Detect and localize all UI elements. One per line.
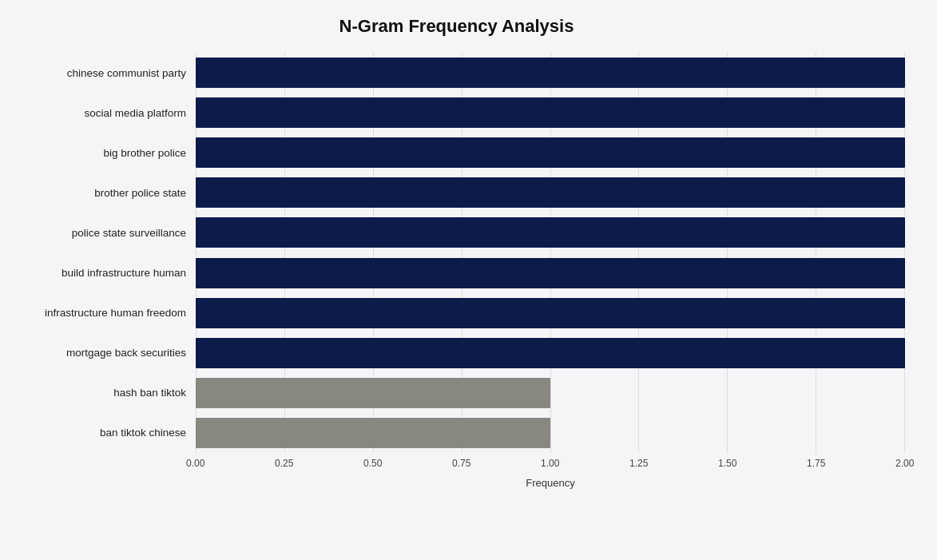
bar-label: hash ban tiktok — [8, 387, 196, 399]
bar-label: infrastructure human freedom — [8, 307, 196, 319]
bar-track — [196, 418, 905, 448]
bar-row: build infrastructure human — [8, 252, 905, 292]
bar-track — [196, 217, 905, 248]
bar-fill — [196, 298, 905, 328]
bar-track — [196, 298, 905, 328]
bar-row: hash ban tiktok — [8, 373, 905, 413]
bar-row: police state surveillance — [8, 212, 905, 252]
bar-label: social media platform — [8, 107, 196, 119]
bar-track — [196, 338, 905, 368]
bar-fill — [196, 177, 905, 208]
bar-track — [196, 97, 905, 128]
bar-label: brother police state — [8, 187, 196, 199]
bar-row: social media platform — [8, 93, 905, 133]
bar-row: ban tiktok chinese — [8, 413, 905, 453]
bar-track — [196, 177, 905, 208]
bar-fill — [196, 58, 905, 88]
bar-label: mortgage back securities — [8, 347, 196, 359]
chart-container: N-Gram Frequency Analysis chinese commun… — [0, 0, 937, 560]
bar-label: build infrastructure human — [8, 267, 196, 279]
bar-row: infrastructure human freedom — [8, 293, 905, 333]
x-axis-label: Frequency — [196, 477, 905, 489]
bar-label: big brother police — [8, 147, 196, 159]
bar-fill — [196, 217, 905, 248]
bar-fill — [196, 338, 905, 368]
bar-fill — [196, 137, 905, 168]
chart-area: chinese communist partysocial media plat… — [8, 53, 905, 485]
bar-label: police state surveillance — [8, 227, 196, 239]
bar-track — [196, 378, 905, 408]
bar-row: big brother police — [8, 133, 905, 173]
bar-row: mortgage back securities — [8, 333, 905, 373]
bar-track — [196, 258, 905, 288]
bar-row: chinese communist party — [8, 53, 905, 93]
bar-fill — [196, 378, 550, 408]
x-axis: 0.000.250.500.751.001.251.501.752.00 — [196, 458, 905, 474]
bar-label: ban tiktok chinese — [8, 427, 196, 439]
bars-section: chinese communist partysocial media plat… — [8, 53, 905, 453]
chart-title: N-Gram Frequency Analysis — [8, 16, 905, 37]
bar-fill — [196, 418, 550, 448]
bar-fill — [196, 258, 905, 288]
bar-label: chinese communist party — [8, 67, 196, 79]
bar-track — [196, 137, 905, 168]
bar-track — [196, 58, 905, 88]
bar-fill — [196, 97, 905, 128]
x-axis-wrapper: 0.000.250.500.751.001.251.501.752.00 Fre… — [8, 453, 905, 485]
bar-row: brother police state — [8, 173, 905, 212]
